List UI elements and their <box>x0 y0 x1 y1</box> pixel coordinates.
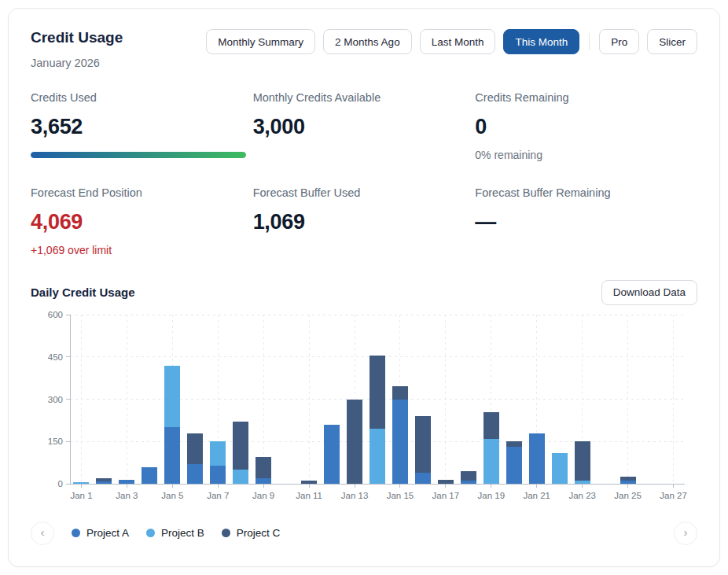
bar-segment-project-a-jan-15[interactable] <box>392 399 408 484</box>
bar-segment-project-c-jan-2[interactable] <box>96 478 112 481</box>
tab-pro[interactable]: Pro <box>599 29 639 54</box>
x-tick-label: Jan 17 <box>432 491 460 500</box>
y-tick-label: 300 <box>48 394 63 404</box>
stat-value: 0 <box>475 116 697 138</box>
header: Credit Usage January 2026 Monthly Summar… <box>31 28 697 69</box>
stat-label: Credits Used <box>31 91 253 104</box>
bar-segment-project-a-jan-18[interactable] <box>461 481 476 484</box>
prev-page-button[interactable]: ‹ <box>31 522 54 545</box>
bar-segment-project-c-jan-9[interactable] <box>256 457 271 478</box>
chart-footer: ‹ Project AProject BProject C › <box>31 522 697 545</box>
bar-segment-project-c-jan-18[interactable] <box>461 471 476 481</box>
x-tick-label: Jan 13 <box>341 491 369 500</box>
stat-forecast-end-position: Forecast End Position 4,069 +1,069 over … <box>31 186 253 256</box>
bar-segment-project-c-jan-8[interactable] <box>233 422 248 470</box>
download-data-button[interactable]: Download Data <box>601 280 697 305</box>
x-tick-label: Jan 21 <box>523 491 550 500</box>
bar-segment-project-b-jan-5[interactable] <box>164 365 180 427</box>
stat-forecast-buffer-used: Forecast Buffer Used 1,069 <box>253 186 476 256</box>
stat-value: 3,652 <box>31 116 253 138</box>
stat-value: — <box>475 212 697 233</box>
bar-segment-project-a-jan-7[interactable] <box>210 466 226 484</box>
bar-segment-project-b-jan-19[interactable] <box>483 438 499 483</box>
bar-segment-project-c-jan-20[interactable] <box>506 441 522 447</box>
stats-row-1: Credits Used 3,652 Monthly Credits Avail… <box>31 91 697 161</box>
view-tabs: Monthly Summary 2 Months Ago Last Month … <box>206 28 697 54</box>
bar-segment-project-a-jan-4[interactable] <box>142 466 157 484</box>
bar-segment-project-b-jan-23[interactable] <box>575 481 590 484</box>
bar-segment-project-c-jan-11[interactable] <box>301 481 317 484</box>
daily-usage-chart: 0150300450600Jan 1Jan 3Jan 5Jan 7Jan 9Ja… <box>31 308 699 509</box>
bar-segment-project-a-jan-25[interactable] <box>620 480 636 483</box>
stat-label: Forecast End Position <box>31 186 253 199</box>
bar-segment-project-b-jan-22[interactable] <box>552 452 568 483</box>
tab-this-month[interactable]: This Month <box>503 29 579 54</box>
tab-2-months-ago[interactable]: 2 Months Ago <box>323 29 412 54</box>
stat-subtext: 0% remaining <box>475 149 697 161</box>
legend-dot-icon <box>146 529 155 537</box>
legend-item-project-a[interactable]: Project A <box>72 527 129 539</box>
bar-segment-project-a-jan-6[interactable] <box>187 464 203 484</box>
x-tick-label: Jan 11 <box>296 491 322 500</box>
bar-segment-project-a-jan-5[interactable] <box>164 427 180 484</box>
bar-segment-project-c-jan-25[interactable] <box>620 477 636 480</box>
stat-label: Forecast Buffer Remaining <box>475 186 697 199</box>
stat-monthly-credits-available: Monthly Credits Available 3,000 <box>253 91 476 161</box>
bar-segment-project-a-jan-12[interactable] <box>324 425 340 484</box>
stat-credits-remaining: Credits Remaining 0 0% remaining <box>475 91 697 161</box>
tab-slicer[interactable]: Slicer <box>647 29 697 54</box>
bar-segment-project-b-jan-8[interactable] <box>233 470 248 484</box>
bar-segment-project-a-jan-9[interactable] <box>256 478 271 484</box>
header-titles: Credit Usage January 2026 <box>31 28 123 69</box>
bar-segment-project-a-jan-16[interactable] <box>415 472 431 483</box>
y-tick-label: 600 <box>48 310 63 319</box>
x-tick-label: Jan 9 <box>252 491 274 500</box>
legend-dot-icon <box>222 529 230 537</box>
x-tick-label: Jan 3 <box>116 491 138 500</box>
chart-container: 0150300450600Jan 1Jan 3Jan 5Jan 7Jan 9Ja… <box>31 308 697 512</box>
stat-credits-used: Credits Used 3,652 <box>31 91 253 161</box>
bar-segment-project-c-jan-23[interactable] <box>575 441 590 481</box>
stat-label: Credits Remaining <box>475 91 697 104</box>
x-tick-label: Jan 7 <box>207 491 229 500</box>
legend-item-project-b[interactable]: Project B <box>146 527 204 539</box>
bar-segment-project-b-jan-14[interactable] <box>370 429 385 484</box>
tab-group-divider <box>589 33 590 50</box>
stat-label: Forecast Buffer Used <box>253 186 476 199</box>
stat-value: 4,069 <box>31 212 253 233</box>
bar-segment-project-c-jan-6[interactable] <box>187 433 203 463</box>
stat-label: Monthly Credits Available <box>253 91 476 104</box>
y-tick-label: 0 <box>58 479 63 488</box>
chart-section-header: Daily Credit Usage Download Data <box>31 280 697 305</box>
x-tick-label: Jan 25 <box>614 491 642 500</box>
bar-segment-project-c-jan-15[interactable] <box>392 386 408 399</box>
bar-segment-project-a-jan-2[interactable] <box>96 481 112 484</box>
stat-forecast-buffer-remaining: Forecast Buffer Remaining — <box>475 186 697 256</box>
stat-subtext: +1,069 over limit <box>31 244 253 256</box>
page-title: Credit Usage <box>31 29 123 47</box>
bar-segment-project-c-jan-13[interactable] <box>347 399 362 484</box>
bar-segment-project-a-jan-21[interactable] <box>529 433 545 484</box>
chart-legend: Project AProject BProject C <box>72 527 280 539</box>
legend-label: Project A <box>86 527 129 539</box>
x-tick-label: Jan 23 <box>568 491 596 500</box>
chart-section-title: Daily Credit Usage <box>31 286 135 299</box>
period-subtitle: January 2026 <box>31 57 123 69</box>
tab-last-month[interactable]: Last Month <box>420 29 496 54</box>
tab-monthly-summary[interactable]: Monthly Summary <box>206 29 315 54</box>
x-tick-label: Jan 27 <box>660 491 687 500</box>
bar-segment-project-b-jan-1[interactable] <box>73 482 89 484</box>
y-tick-label: 450 <box>48 352 63 362</box>
bar-segment-project-b-jan-7[interactable] <box>210 441 226 465</box>
legend-dot-icon <box>72 529 80 537</box>
x-tick-label: Jan 15 <box>387 491 414 500</box>
usage-progress-bar <box>31 152 246 158</box>
bar-segment-project-a-jan-3[interactable] <box>119 480 134 484</box>
bar-segment-project-a-jan-20[interactable] <box>506 447 522 484</box>
legend-item-project-c[interactable]: Project C <box>222 527 281 539</box>
bar-segment-project-c-jan-14[interactable] <box>370 356 385 429</box>
bar-segment-project-c-jan-16[interactable] <box>415 416 431 473</box>
next-page-button[interactable]: › <box>674 522 697 545</box>
bar-segment-project-c-jan-17[interactable] <box>438 479 454 483</box>
bar-segment-project-c-jan-19[interactable] <box>483 411 499 438</box>
